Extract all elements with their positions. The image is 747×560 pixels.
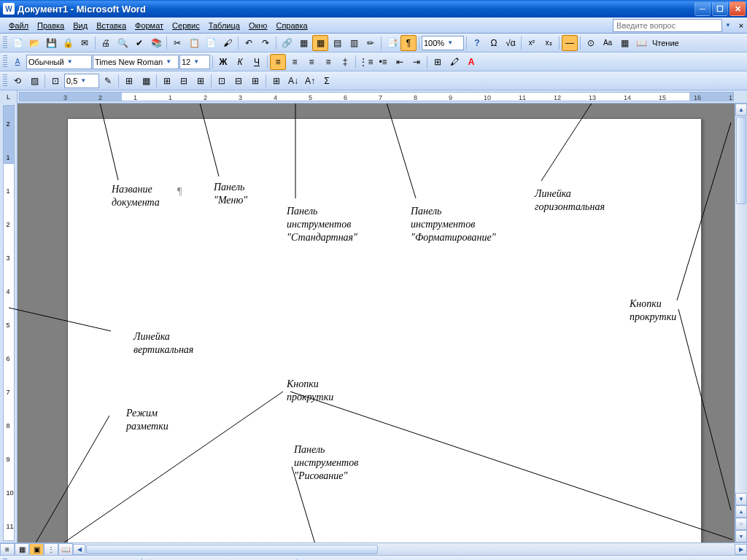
textbox-button[interactable]: ▢ bbox=[212, 557, 228, 561]
columns-button[interactable]: ▥ bbox=[346, 35, 362, 51]
distribute-rows-button[interactable]: ⊟ bbox=[231, 73, 247, 89]
scroll-thumb-h[interactable] bbox=[86, 545, 378, 554]
line-style-button[interactable]: ≡ bbox=[350, 557, 366, 561]
oval-button[interactable]: ○ bbox=[195, 557, 211, 561]
rectangle-button[interactable]: ▭ bbox=[178, 557, 194, 561]
merge-cells-button[interactable]: ⊟ bbox=[176, 73, 192, 89]
ask-question-input[interactable] bbox=[613, 19, 722, 32]
autoformat-button[interactable]: ⊞ bbox=[268, 73, 285, 89]
align-center-button[interactable]: ≡ bbox=[287, 54, 303, 70]
scroll-thumb-v[interactable] bbox=[736, 117, 746, 204]
copy-button[interactable]: 📋 bbox=[186, 35, 202, 51]
menu-window[interactable]: Окно bbox=[244, 20, 272, 31]
doc-close-button[interactable]: × bbox=[735, 20, 747, 31]
distribute-cols-button[interactable]: ⊞ bbox=[247, 73, 263, 89]
italic-button[interactable]: К bbox=[232, 54, 248, 70]
tables-borders-button[interactable]: ▦ bbox=[295, 35, 311, 51]
subscript-button[interactable]: x₂ bbox=[541, 35, 557, 51]
permissions-button[interactable]: 🔒 bbox=[60, 35, 76, 51]
select-objects-button[interactable]: ↖ bbox=[66, 557, 82, 561]
new-doc-button[interactable]: 📄 bbox=[9, 35, 26, 51]
page[interactable]: ¶ Названиедокумента Панель"Меню" Панельи… bbox=[67, 118, 702, 542]
toolbar-grip[interactable] bbox=[3, 55, 7, 69]
font-combo[interactable]: Times New Roman▼ bbox=[93, 55, 179, 69]
arrow-style-button[interactable]: ⇄ bbox=[384, 557, 400, 561]
sqrt-button[interactable]: √α bbox=[503, 35, 519, 51]
hyperlink-button[interactable]: 🔗 bbox=[279, 35, 295, 51]
undo-button[interactable]: ↶ bbox=[241, 35, 257, 51]
spell-check-button[interactable]: ✔ bbox=[131, 35, 147, 51]
align-cell-button[interactable]: ⊡ bbox=[214, 73, 230, 89]
increase-indent-button[interactable]: ⇥ bbox=[409, 54, 425, 70]
shading-button[interactable]: ▨ bbox=[26, 73, 42, 89]
open-button[interactable]: 📂 bbox=[26, 35, 42, 51]
zoom-combo[interactable]: 100%▼ bbox=[422, 36, 464, 50]
scroll-right-button[interactable]: ▶ bbox=[735, 544, 747, 555]
next-page-button[interactable]: ▾ bbox=[735, 530, 747, 542]
smart-tag-button[interactable]: ⊙ bbox=[583, 35, 599, 51]
show-marks-button[interactable]: ¶ bbox=[400, 35, 417, 51]
vertical-scrollbar[interactable]: ▲ ▼ ▴ ○ ▾ bbox=[735, 104, 747, 542]
scroll-down-button[interactable]: ▼ bbox=[735, 493, 747, 505]
align-left-button[interactable]: ≡ bbox=[270, 54, 286, 70]
menu-view[interactable]: Вид bbox=[69, 20, 92, 31]
3d-button[interactable]: ◫ bbox=[417, 557, 433, 561]
reading-label[interactable]: Чтение bbox=[650, 39, 681, 47]
print-layout-button[interactable]: ▣ bbox=[29, 543, 44, 556]
toolbar-grip[interactable] bbox=[3, 36, 7, 50]
highlight-button[interactable]: 🖍 bbox=[446, 54, 462, 70]
drawing-button[interactable]: ✏ bbox=[363, 35, 379, 51]
border-draw-button[interactable]: ⊞ bbox=[121, 73, 137, 89]
numbering-button[interactable]: ⋮≡ bbox=[358, 54, 374, 70]
sort-desc-button[interactable]: A↑ bbox=[302, 73, 318, 89]
wordart-button[interactable]: A bbox=[228, 557, 244, 561]
scroll-left-button[interactable]: ◀ bbox=[73, 544, 85, 555]
ruler-corner[interactable]: L bbox=[0, 90, 18, 104]
arrow-button[interactable]: ↘ bbox=[161, 557, 177, 561]
close-button[interactable]: ✕ bbox=[729, 1, 746, 16]
style-combo[interactable]: Обычный▼ bbox=[26, 55, 92, 69]
superscript-button[interactable]: x² bbox=[524, 35, 540, 51]
text-direction-button[interactable]: ⟲ bbox=[9, 73, 26, 89]
styles-pane-button[interactable]: A bbox=[9, 54, 26, 70]
border-width-combo[interactable]: 0,5▼ bbox=[64, 74, 99, 88]
vertical-ruler[interactable]: 211234567891011 bbox=[3, 105, 15, 541]
toolbar-grip[interactable] bbox=[3, 74, 7, 88]
split-cells-button[interactable]: ⊞ bbox=[193, 73, 209, 89]
underline-button[interactable]: Ч bbox=[249, 54, 265, 70]
prev-page-button[interactable]: ▴ bbox=[735, 505, 747, 518]
clipart-button[interactable]: 👤 bbox=[262, 557, 278, 561]
cut-button[interactable]: ✂ bbox=[169, 35, 185, 51]
outline-view-button[interactable]: ⋮ bbox=[44, 543, 58, 556]
autosum-button[interactable]: Σ bbox=[319, 73, 335, 89]
line-button[interactable]: ╲ bbox=[144, 557, 160, 561]
sort-asc-button[interactable]: A↓ bbox=[285, 73, 301, 89]
scroll-up-button[interactable]: ▲ bbox=[735, 104, 747, 116]
align-justify-button[interactable]: ≡ bbox=[320, 54, 336, 70]
web-view-button[interactable]: ▦ bbox=[15, 543, 29, 556]
line-spacing-button[interactable]: ‡ bbox=[337, 54, 353, 70]
research-button[interactable]: 📚 bbox=[148, 35, 164, 51]
scroll-track-v[interactable] bbox=[735, 205, 747, 493]
picture-button[interactable]: 🖼 bbox=[279, 557, 295, 561]
print-button[interactable]: 🖨 bbox=[98, 35, 114, 51]
menu-help[interactable]: Справка bbox=[271, 20, 311, 31]
doc-map-button[interactable]: 📑 bbox=[384, 35, 400, 51]
menu-tools[interactable]: Сервис bbox=[168, 20, 204, 31]
paste-button[interactable]: 📄 bbox=[203, 35, 219, 51]
border-style-button[interactable]: ⊡ bbox=[47, 73, 63, 89]
minimize-button[interactable]: ─ bbox=[694, 1, 711, 16]
bold-button[interactable]: Ж bbox=[215, 54, 231, 70]
normal-view-button[interactable]: ≡ bbox=[0, 543, 15, 556]
menu-format[interactable]: Формат bbox=[131, 20, 168, 31]
decrease-indent-button[interactable]: ⇤ bbox=[392, 54, 408, 70]
print-preview-button[interactable]: 🔍 bbox=[115, 35, 131, 51]
select-browse-button[interactable]: ○ bbox=[735, 518, 747, 530]
redo-button[interactable]: ↷ bbox=[258, 35, 274, 51]
help-button[interactable]: ? bbox=[469, 35, 485, 51]
save-button[interactable]: 💾 bbox=[43, 35, 59, 51]
menu-insert[interactable]: Вставка bbox=[92, 20, 131, 31]
menu-edit[interactable]: Правка bbox=[33, 20, 69, 31]
reading-layout-button[interactable]: 📖 bbox=[633, 35, 649, 51]
mail-button[interactable]: ✉ bbox=[77, 35, 93, 51]
